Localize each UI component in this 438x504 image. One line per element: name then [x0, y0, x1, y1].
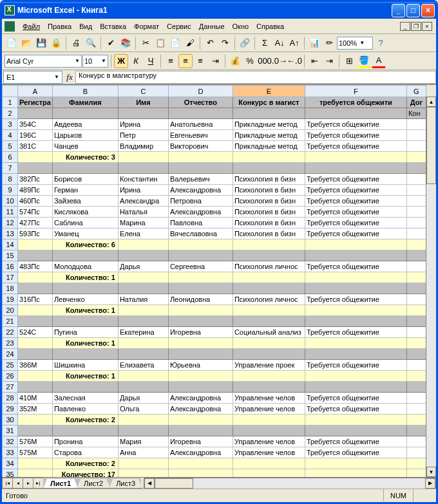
cell[interactable]: Требуется общежитие — [305, 404, 406, 415]
cell[interactable]: Елизавета — [118, 360, 168, 371]
cell[interactable] — [18, 250, 53, 261]
mdi-minimize-button[interactable]: _ — [400, 22, 410, 31]
cell[interactable]: Ирина — [118, 119, 168, 130]
cell[interactable] — [18, 108, 53, 119]
cell[interactable] — [305, 425, 406, 436]
sheet-tab-1[interactable]: Лист1 — [43, 479, 78, 489]
row-header[interactable]: 26 — [3, 371, 18, 382]
cell[interactable]: Кислякова — [52, 207, 118, 218]
cell[interactable]: 427Пс — [18, 218, 53, 229]
col-header-d[interactable]: D — [168, 86, 233, 97]
cell[interactable] — [168, 250, 233, 261]
cell[interactable]: Дарья — [118, 393, 168, 404]
cell[interactable]: Управление челов — [233, 393, 305, 404]
cell[interactable] — [406, 196, 426, 207]
col-header-a[interactable]: A — [18, 86, 53, 97]
cell[interactable]: Требуется общежитие — [305, 185, 406, 196]
decrease-indent-button[interactable]: ⇤ — [307, 54, 321, 68]
cell[interactable] — [233, 425, 305, 436]
cell[interactable] — [18, 458, 53, 469]
cell[interactable] — [118, 272, 168, 283]
borders-button[interactable]: ⊞ — [342, 54, 356, 68]
cell[interactable]: Царьков — [52, 130, 118, 141]
cell[interactable] — [406, 250, 426, 261]
row-header[interactable]: 22 — [3, 327, 18, 338]
cell[interactable]: Прикладные метод — [233, 130, 305, 141]
cell[interactable] — [118, 108, 168, 119]
row-header[interactable]: 30 — [3, 415, 18, 425]
count-cell[interactable]: Количество: 2 — [52, 415, 118, 425]
cell[interactable] — [52, 316, 118, 327]
cell[interactable] — [18, 349, 53, 360]
row-header[interactable]: 14 — [3, 239, 18, 250]
cell[interactable] — [233, 272, 305, 283]
cell[interactable]: Левченко — [52, 294, 118, 305]
cell[interactable]: Требуется общежитие — [305, 141, 406, 152]
minimize-button[interactable]: _ — [392, 4, 405, 17]
cell[interactable] — [406, 360, 426, 371]
tab-nav-prev[interactable]: ◂ — [12, 478, 23, 489]
percent-button[interactable]: % — [243, 54, 257, 68]
redo-button[interactable]: ↷ — [218, 36, 232, 50]
cell[interactable]: Евгеньевич — [168, 130, 233, 141]
count-cell[interactable]: Количество: 2 — [52, 458, 118, 469]
cell[interactable] — [233, 469, 305, 478]
row-header[interactable]: 4 — [3, 130, 18, 141]
increase-indent-button[interactable]: ⇥ — [322, 54, 336, 68]
cell[interactable]: Валерьевич — [168, 174, 233, 185]
cell[interactable]: Герман — [52, 185, 118, 196]
cell[interactable]: Управление челов — [233, 404, 305, 415]
cell[interactable] — [406, 393, 426, 404]
cell[interactable] — [233, 338, 305, 349]
cell[interactable]: Пугина — [52, 327, 118, 338]
cell[interactable] — [305, 382, 406, 393]
cell[interactable] — [118, 382, 168, 393]
cell[interactable] — [406, 316, 426, 327]
cell[interactable] — [233, 382, 305, 393]
column-title[interactable]: Фамилия — [52, 97, 118, 108]
cell[interactable] — [118, 458, 168, 469]
cell[interactable] — [118, 305, 168, 316]
cell[interactable] — [18, 415, 53, 425]
print-button[interactable]: 🖨 — [69, 36, 83, 50]
row-header[interactable]: 28 — [3, 393, 18, 404]
cell[interactable]: Екатерина — [118, 327, 168, 338]
cell[interactable] — [118, 469, 168, 478]
cell[interactable] — [18, 382, 53, 393]
tab-nav-first[interactable]: |◂ — [2, 478, 12, 489]
workbook-icon[interactable] — [5, 21, 15, 32]
row-header[interactable]: 31 — [3, 425, 18, 436]
cell[interactable] — [52, 163, 118, 174]
cell[interactable] — [406, 174, 426, 185]
cell[interactable] — [305, 415, 406, 425]
cell[interactable]: Требуется общежитие — [305, 196, 406, 207]
cell[interactable]: Александра — [118, 196, 168, 207]
format-painter-button[interactable]: 🖌 — [183, 36, 197, 50]
cell[interactable] — [168, 349, 233, 360]
cell[interactable] — [233, 250, 305, 261]
save-button[interactable]: 💾 — [34, 36, 48, 50]
cell[interactable] — [406, 294, 426, 305]
cell[interactable]: Психология в бизн — [233, 196, 305, 207]
cell[interactable]: Психология в бизн — [233, 229, 305, 239]
row-header[interactable]: 19 — [3, 294, 18, 305]
cell[interactable] — [118, 338, 168, 349]
cell[interactable] — [305, 272, 406, 283]
cell[interactable] — [406, 239, 426, 250]
cell[interactable] — [233, 305, 305, 316]
column-title[interactable]: Конкурс в магист — [233, 97, 305, 108]
undo-button[interactable]: ↶ — [203, 36, 217, 50]
decrease-decimal-button[interactable]: ←.0 — [287, 54, 301, 68]
cell[interactable] — [118, 283, 168, 294]
cell[interactable] — [406, 327, 426, 338]
drawing-button[interactable]: ✏ — [322, 36, 336, 50]
cell[interactable]: Марина — [118, 218, 168, 229]
cell[interactable]: Прикладные метод — [233, 119, 305, 130]
permission-button[interactable]: 🔒 — [49, 36, 63, 50]
mdi-close-button[interactable]: × — [422, 22, 432, 31]
menu-window[interactable]: Окно — [229, 21, 253, 32]
cell[interactable] — [406, 349, 426, 360]
cell[interactable]: Ирина — [118, 185, 168, 196]
tab-nav-last[interactable]: ▸| — [33, 478, 43, 489]
sort-asc-button[interactable]: A↓ — [272, 36, 287, 50]
